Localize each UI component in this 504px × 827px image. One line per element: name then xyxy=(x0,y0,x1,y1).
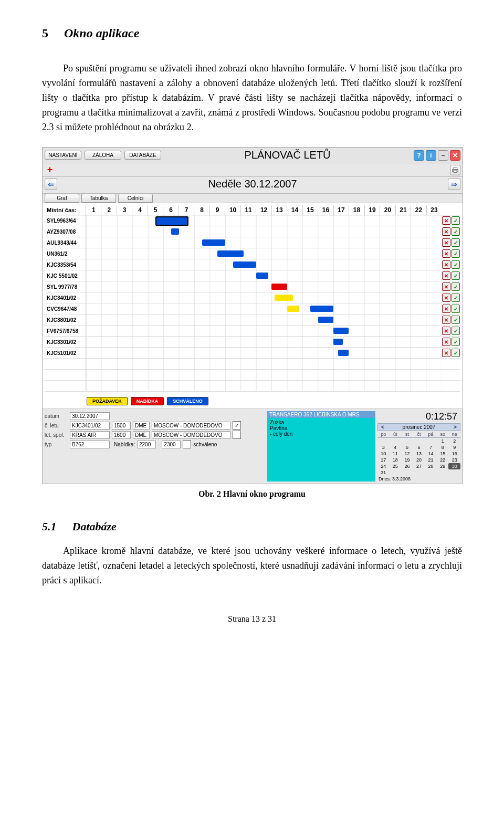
cal-day[interactable]: 17 xyxy=(377,457,390,463)
confirm-icon[interactable]: ✓ xyxy=(452,327,460,335)
cb-schvaleno[interactable] xyxy=(183,440,191,448)
cal-day[interactable]: 23 xyxy=(448,457,460,463)
delete-icon[interactable]: ✕ xyxy=(442,338,450,346)
confirm-icon[interactable]: ✓ xyxy=(452,260,460,269)
cal-day[interactable]: 4 xyxy=(390,444,402,451)
gantt-bar[interactable] xyxy=(310,306,333,312)
cal-day[interactable]: 29 xyxy=(437,463,449,469)
cal-day[interactable]: 30 xyxy=(448,463,460,469)
gantt-bar[interactable] xyxy=(338,350,349,356)
minimize-icon[interactable]: – xyxy=(438,150,448,161)
confirm-icon[interactable]: ✓ xyxy=(452,282,460,291)
cal-day[interactable]: 12 xyxy=(401,451,413,457)
inp-code1[interactable]: DME xyxy=(133,422,150,430)
cal-day[interactable]: 11 xyxy=(390,451,402,457)
confirm-icon[interactable]: ✓ xyxy=(452,316,460,324)
cal-day[interactable]: 20 xyxy=(413,457,425,463)
confirm-icon[interactable]: ✓ xyxy=(452,338,460,346)
gantt-bar[interactable] xyxy=(275,295,293,301)
cal-day[interactable]: 7 xyxy=(425,444,437,451)
cal-day[interactable]: 18 xyxy=(390,457,402,463)
cal-day[interactable]: 6 xyxy=(413,444,425,451)
next-day-button[interactable]: ⇒ xyxy=(448,179,460,190)
gantt-bar[interactable] xyxy=(202,239,225,246)
close-icon[interactable]: ✕ xyxy=(450,150,460,161)
cal-day[interactable]: 21 xyxy=(425,457,437,463)
inp-dest2[interactable]: MOSCOW - DOMODEDOVO xyxy=(152,431,230,439)
gantt-bar[interactable] xyxy=(171,228,179,235)
inp-nab1[interactable]: 2200 xyxy=(137,441,156,448)
delete-icon[interactable]: ✕ xyxy=(442,271,450,280)
cb-2[interactable] xyxy=(233,431,241,439)
cal-day[interactable]: 5 xyxy=(401,444,413,451)
zaloha-button[interactable]: ZÁLOHA xyxy=(85,151,121,160)
inp-code2[interactable]: DME xyxy=(133,431,150,439)
tab-tabulka[interactable]: Tabulka xyxy=(81,194,116,203)
confirm-icon[interactable]: ✓ xyxy=(452,216,460,225)
gantt-bar[interactable] xyxy=(333,339,343,345)
delete-icon[interactable]: ✕ xyxy=(442,327,450,335)
delete-icon[interactable]: ✕ xyxy=(442,227,450,236)
inp-time2[interactable]: 1600 xyxy=(112,431,131,439)
cal-day[interactable]: 27 xyxy=(413,463,425,469)
help-icon[interactable]: ? xyxy=(414,150,424,161)
inp-datum[interactable]: 30.12.2007 xyxy=(70,412,110,420)
cal-day[interactable]: 1 xyxy=(437,438,449,444)
delete-icon[interactable]: ✕ xyxy=(442,249,450,258)
delete-icon[interactable]: ✕ xyxy=(442,305,450,313)
cal-day[interactable]: 9 xyxy=(448,444,460,451)
cal-day[interactable]: 16 xyxy=(448,451,460,457)
cal-prev[interactable]: < xyxy=(379,424,386,430)
cal-day[interactable]: 13 xyxy=(413,451,425,457)
tab-celnici[interactable]: Celníci xyxy=(118,194,153,203)
tab-graf[interactable]: Graf xyxy=(45,194,79,203)
delete-icon[interactable]: ✕ xyxy=(442,349,450,357)
inp-time1[interactable]: 1500 xyxy=(112,422,131,430)
inp-letspol[interactable]: KRAS AIR xyxy=(70,431,110,439)
info-icon[interactable]: i xyxy=(426,150,436,161)
cal-day[interactable]: 31 xyxy=(377,469,390,476)
cal-day[interactable]: 3 xyxy=(377,444,390,451)
confirm-icon[interactable]: ✓ xyxy=(452,349,460,357)
gantt-bar[interactable] xyxy=(233,261,256,268)
cb-1[interactable]: ✓ xyxy=(233,421,241,430)
confirm-icon[interactable]: ✓ xyxy=(452,249,460,258)
cal-day[interactable]: 26 xyxy=(401,463,413,469)
cal-day[interactable]: 10 xyxy=(377,451,390,457)
confirm-icon[interactable]: ✓ xyxy=(452,294,460,302)
gantt-bar[interactable] xyxy=(287,306,300,312)
gantt-bar[interactable] xyxy=(333,328,349,334)
gantt-bar[interactable] xyxy=(155,216,188,226)
confirm-icon[interactable]: ✓ xyxy=(452,305,460,313)
cal-day[interactable]: 14 xyxy=(425,451,437,457)
confirm-icon[interactable]: ✓ xyxy=(452,238,460,247)
confirm-icon[interactable]: ✓ xyxy=(452,271,460,280)
inp-nab2[interactable]: 2300 xyxy=(162,441,181,448)
cal-day[interactable]: 28 xyxy=(425,463,437,469)
cal-day[interactable]: 8 xyxy=(437,444,449,451)
cal-day[interactable]: 19 xyxy=(401,457,413,463)
delete-icon[interactable]: ✕ xyxy=(442,282,450,291)
cal-day[interactable]: 25 xyxy=(390,463,402,469)
cal-day[interactable]: 22 xyxy=(437,457,449,463)
nastaveni-button[interactable]: NASTAVENÍ xyxy=(45,151,81,160)
gantt-bar[interactable] xyxy=(271,284,287,290)
inp-dest1[interactable]: MOSCOW - DOMODEDOVO xyxy=(152,422,230,430)
confirm-icon[interactable]: ✓ xyxy=(452,227,460,236)
cal-day[interactable]: 24 xyxy=(377,463,390,469)
gantt-bar[interactable] xyxy=(256,273,269,279)
databaze-button[interactable]: DATABÁZE xyxy=(124,151,161,160)
cal-next[interactable]: > xyxy=(452,424,459,430)
add-icon[interactable]: + xyxy=(45,164,55,175)
delete-icon[interactable]: ✕ xyxy=(442,294,450,302)
cal-day[interactable]: 15 xyxy=(437,451,449,457)
inp-typ[interactable]: B762 xyxy=(70,441,110,448)
gantt-bar[interactable] xyxy=(217,250,244,257)
delete-icon[interactable]: ✕ xyxy=(442,260,450,269)
gantt-bar[interactable] xyxy=(318,317,333,323)
delete-icon[interactable]: ✕ xyxy=(442,216,450,225)
prev-day-button[interactable]: ⇐ xyxy=(45,179,57,190)
inp-cletu[interactable]: KJC3401/02 xyxy=(70,422,110,430)
cal-day[interactable]: 2 xyxy=(448,438,460,444)
print-icon[interactable] xyxy=(450,165,460,175)
